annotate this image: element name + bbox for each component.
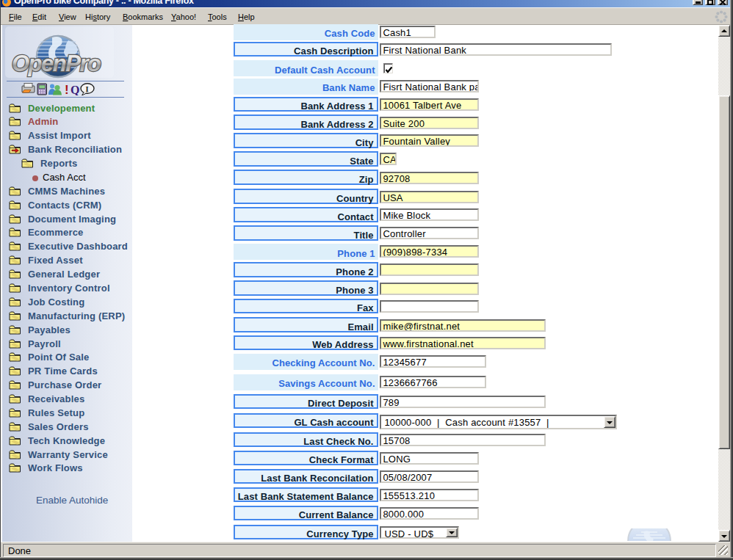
svg-text:OpenPro: OpenPro — [12, 51, 101, 76]
svg-text:!: ! — [65, 83, 69, 95]
svg-text:I: I — [86, 85, 89, 93]
svg-text:Q: Q — [71, 84, 79, 95]
